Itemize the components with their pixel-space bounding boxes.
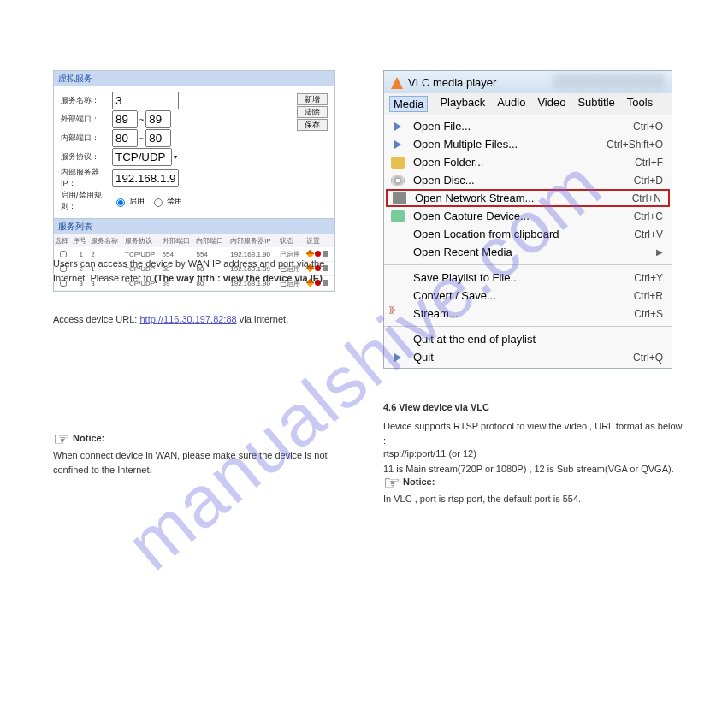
wan-url-link[interactable]: http://116.30.197.82:88: [140, 314, 237, 324]
menu-quit-end[interactable]: Quit at the end of playlist: [384, 330, 672, 348]
vlc-media-dropdown: Open File...Ctrl+O Open Multiple Files..…: [384, 115, 672, 368]
section-heading: 4.6 View device via VLC: [383, 398, 683, 417]
int-port-from-input[interactable]: [112, 129, 138, 147]
quit-icon: [394, 353, 401, 362]
folder-icon: [391, 157, 405, 169]
blank-icon: [391, 334, 405, 346]
menu-separator: [384, 326, 672, 327]
int-port-to-input[interactable]: [145, 129, 171, 147]
disc-icon: [391, 175, 405, 186]
menu-open-recent[interactable]: Open Recent Media▶: [384, 243, 672, 261]
service-name-input[interactable]: [112, 92, 179, 109]
menu-separator: [384, 264, 672, 265]
left-notice-text: When connect device in WAN, please make …: [53, 448, 344, 476]
ext-port-to-input[interactable]: [145, 110, 171, 128]
vlc-menubar: Media Playback Audio Video Subtitle Tool…: [384, 93, 672, 115]
th-proto: 服务协议: [124, 234, 162, 247]
menu-open-clipboard[interactable]: Open Location from clipboardCtrl+V: [384, 225, 672, 243]
right-notice-text: In VLC , port is rtsp port, the default …: [383, 492, 683, 506]
range-sep: ~: [139, 115, 144, 124]
label-enable-rule: 启用/禁用规则：: [61, 190, 112, 212]
disable-radio[interactable]: [154, 198, 163, 207]
vlc-titlebar: VLC media player: [384, 71, 672, 93]
rtsp-url-format: rtsp://ip:port/11 (or 12): [383, 447, 683, 461]
menu-open-multiple[interactable]: Open Multiple Files...Ctrl+Shift+O: [384, 135, 672, 153]
delete-icon[interactable]: [315, 251, 321, 257]
blank-icon: [391, 246, 405, 258]
internal-ip-input[interactable]: [112, 169, 179, 187]
submenu-arrow-icon: ▶: [656, 247, 663, 257]
label-external-port: 外部端口：: [61, 114, 112, 125]
clear-button[interactable]: 清除: [297, 106, 328, 118]
blank-icon: [391, 272, 405, 284]
vlc-cone-icon: [391, 75, 403, 89]
protocol-select[interactable]: [112, 148, 172, 166]
label-service-name: 服务名称：: [61, 95, 112, 106]
menu-quit[interactable]: QuitCtrl+Q: [384, 348, 672, 366]
menu-open-file[interactable]: Open File...Ctrl+O: [384, 117, 672, 135]
panel-header-virtual-service: 虚拟服务: [54, 71, 334, 86]
capture-icon: [391, 210, 405, 222]
label-internal-port: 内部端口：: [61, 133, 112, 144]
th-svc: 服务名称: [90, 234, 124, 247]
blank-icon: [391, 290, 405, 302]
blank-icon: [391, 228, 405, 240]
save-button[interactable]: 保存: [297, 119, 328, 131]
vlc-title-blur: [553, 74, 665, 89]
menu-convert[interactable]: Convert / Save...Ctrl+R: [384, 287, 672, 305]
stream-icon: [391, 308, 405, 320]
menu-tools[interactable]: Tools: [627, 96, 653, 112]
disable-label: 禁用: [167, 196, 182, 207]
label-internal-ip: 内部服务器IP：: [61, 167, 112, 189]
ext-port-from-input[interactable]: [112, 110, 138, 128]
dropdown-arrow-icon: ▾: [174, 153, 177, 161]
th-idx: 序号: [72, 234, 90, 247]
panel-header-service-list: 服务列表: [54, 218, 334, 234]
menu-save-playlist[interactable]: Save Playlist to File...Ctrl+Y: [384, 269, 672, 287]
label-protocol: 服务协议：: [61, 151, 112, 163]
menu-audio[interactable]: Audio: [497, 96, 525, 112]
left-paragraph-2: Access device URL: http://116.30.197.82:…: [53, 312, 344, 327]
menu-subtitle[interactable]: Subtitle: [577, 96, 614, 112]
menu-open-disc[interactable]: Open Disc...Ctrl+D: [384, 171, 672, 189]
disable-icon[interactable]: [323, 251, 328, 257]
menu-open-folder[interactable]: Open Folder...Ctrl+F: [384, 153, 672, 171]
vlc-title-text: VLC media player: [408, 76, 496, 89]
th-sel: 选择: [54, 234, 72, 247]
menu-media[interactable]: Media: [389, 96, 428, 112]
network-icon: [393, 192, 406, 204]
menu-playback[interactable]: Playback: [440, 96, 485, 112]
menu-open-capture[interactable]: Open Capture Device...Ctrl+C: [384, 207, 672, 225]
th-ip: 内部服务器IP: [229, 234, 279, 247]
enable-label: 启用: [129, 196, 145, 207]
left-paragraph-1: Users can access the device by WAN IP ad…: [53, 257, 344, 285]
th-st: 状态: [279, 234, 305, 247]
enable-radio[interactable]: [116, 198, 125, 207]
menu-stream[interactable]: Stream...Ctrl+S: [384, 305, 672, 323]
menu-video[interactable]: Video: [537, 96, 565, 112]
vlc-screenshot: VLC media player Media Playback Audio Vi…: [383, 70, 674, 369]
menu-open-network-stream[interactable]: Open Network Stream...Ctrl+N: [386, 189, 670, 207]
new-button[interactable]: 新增: [297, 93, 328, 105]
th-int: 内部端口: [195, 234, 229, 247]
file-icon: [394, 122, 401, 131]
range-sep: ~: [139, 134, 144, 143]
files-icon: [394, 140, 401, 149]
th-ext: 外部端口: [162, 234, 196, 247]
th-cfg: 设置: [305, 234, 334, 247]
right-paragraph-1: Device supports RTSP protocol to view th…: [383, 419, 683, 447]
